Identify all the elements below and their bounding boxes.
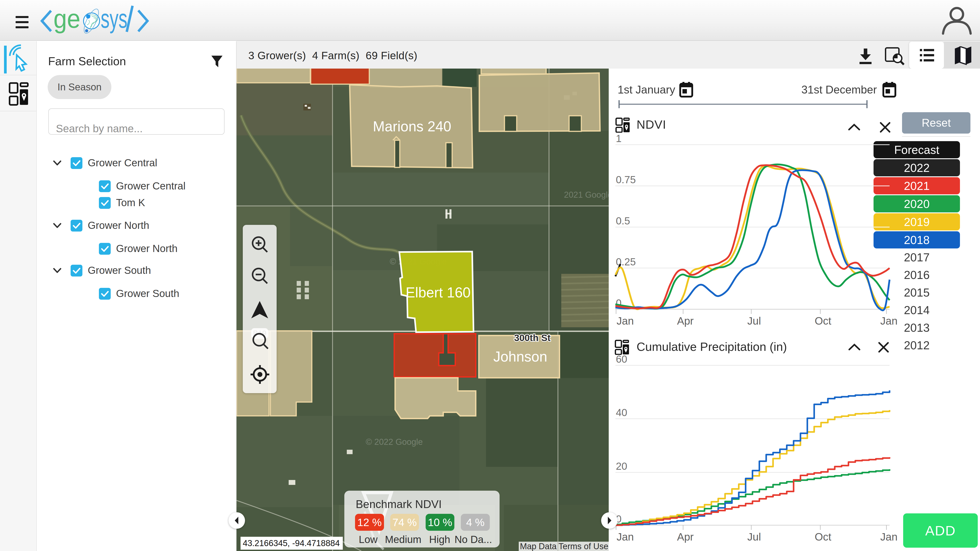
svg-text:1: 1 — [616, 133, 622, 144]
svg-text:Jan: Jan — [880, 315, 897, 327]
svg-text:Marions 240: Marions 240 — [373, 118, 451, 135]
svg-text:20: 20 — [616, 460, 627, 472]
svg-text:Jul: Jul — [747, 531, 761, 543]
svg-text:Jul: Jul — [747, 315, 761, 327]
svg-text:0.75: 0.75 — [616, 174, 636, 186]
svg-text:300th St: 300th St — [514, 333, 550, 343]
svg-text:60: 60 — [616, 353, 627, 365]
svg-text:Jan: Jan — [880, 531, 897, 543]
svg-text:Oct: Oct — [815, 315, 832, 327]
svg-text:Jan: Jan — [617, 531, 634, 543]
svg-text:Elbert 160: Elbert 160 — [406, 284, 471, 300]
svg-text:sys: sys — [101, 4, 127, 33]
svg-text:Apr: Apr — [677, 531, 694, 543]
svg-text:© 2022 Google: © 2022 Google — [366, 437, 423, 446]
svg-text:2021 Google: 2021 Google — [564, 190, 609, 200]
svg-text:40: 40 — [616, 407, 627, 418]
svg-text:ge: ge — [54, 4, 80, 33]
svg-text:Johnson: Johnson — [493, 349, 547, 365]
svg-text:Apr: Apr — [677, 315, 694, 327]
svg-text:Oct: Oct — [815, 531, 832, 543]
svg-text:Jan: Jan — [617, 315, 634, 327]
svg-text:0.5: 0.5 — [616, 215, 630, 227]
